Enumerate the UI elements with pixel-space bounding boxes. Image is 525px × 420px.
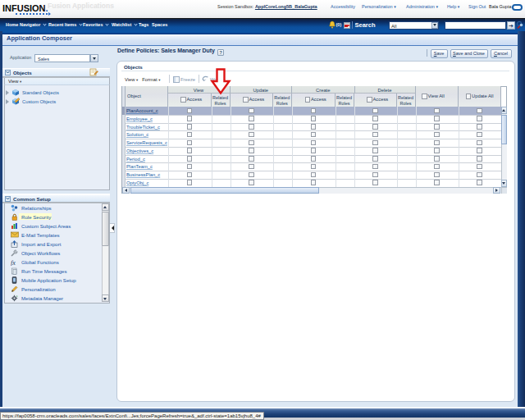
svg-text:fx: fx — [11, 258, 16, 266]
